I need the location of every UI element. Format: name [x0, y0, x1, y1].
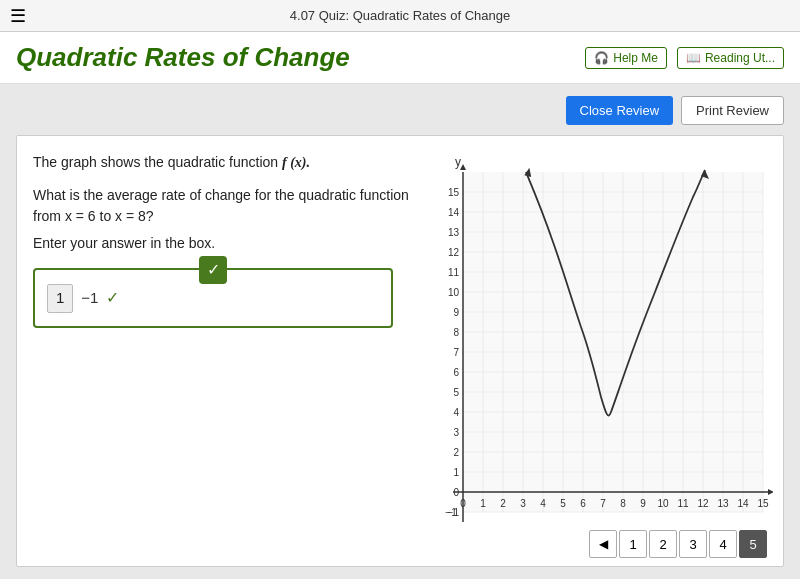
menu-icon[interactable]: ☰ — [10, 5, 26, 27]
top-bar-title: 4.07 Quiz: Quadratic Rates of Change — [290, 8, 510, 23]
y-axis-label: y — [455, 155, 461, 169]
answer-value: −1 — [81, 287, 98, 310]
svg-text:10: 10 — [657, 498, 669, 509]
help-button[interactable]: 🎧 Help Me — [585, 47, 667, 69]
svg-text:1: 1 — [480, 498, 486, 509]
header: Quadratic Rates of Change 🎧 Help Me 📖 Re… — [0, 32, 800, 84]
pagination-page-5[interactable]: 5 — [739, 530, 767, 558]
svg-text:0: 0 — [460, 498, 466, 509]
svg-text:11: 11 — [677, 498, 689, 509]
svg-text:−1: −1 — [448, 507, 460, 518]
svg-text:6: 6 — [580, 498, 586, 509]
svg-text:8: 8 — [453, 327, 459, 338]
svg-text:9: 9 — [640, 498, 646, 509]
content-area: The graph shows the quadratic function f… — [16, 135, 784, 567]
svg-text:7: 7 — [453, 347, 459, 358]
header-tools: 🎧 Help Me 📖 Reading Ut... — [585, 47, 784, 69]
graph-svg: x y 0 1 2 3 4 5 6 7 8 9 10 11 12 — [433, 152, 773, 542]
svg-rect-0 — [463, 172, 763, 512]
svg-text:15: 15 — [448, 187, 460, 198]
question-line1: The graph shows the quadratic function f… — [33, 152, 423, 173]
svg-text:7: 7 — [600, 498, 606, 509]
answer-row: 1 −1 ✓ — [47, 284, 379, 313]
help-icon: 🎧 — [594, 51, 609, 65]
reading-icon: 📖 — [686, 51, 701, 65]
svg-text:2: 2 — [500, 498, 506, 509]
svg-text:11: 11 — [448, 267, 460, 278]
pagination-page-3[interactable]: 3 — [679, 530, 707, 558]
close-review-button[interactable]: Close Review — [566, 96, 673, 125]
svg-text:13: 13 — [717, 498, 729, 509]
svg-text:12: 12 — [448, 247, 460, 258]
svg-text:14: 14 — [448, 207, 460, 218]
right-panel: x y 0 1 2 3 4 5 6 7 8 9 10 11 12 — [433, 152, 773, 550]
review-bar: Close Review Print Review — [16, 96, 784, 125]
pagination-page-1[interactable]: 1 — [619, 530, 647, 558]
svg-text:6: 6 — [453, 367, 459, 378]
answer-input-display: 1 — [47, 284, 73, 313]
svg-text:0: 0 — [453, 487, 459, 498]
question-line3: Enter your answer in the box. — [33, 233, 423, 254]
top-bar: ☰ 4.07 Quiz: Quadratic Rates of Change — [0, 0, 800, 32]
reading-button[interactable]: 📖 Reading Ut... — [677, 47, 784, 69]
svg-text:15: 15 — [757, 498, 769, 509]
svg-text:5: 5 — [453, 387, 459, 398]
svg-text:10: 10 — [448, 287, 460, 298]
main-content: Close Review Print Review The graph show… — [0, 84, 800, 579]
svg-text:8: 8 — [620, 498, 626, 509]
svg-text:9: 9 — [453, 307, 459, 318]
print-review-button[interactable]: Print Review — [681, 96, 784, 125]
page-title: Quadratic Rates of Change — [16, 42, 350, 73]
svg-text:2: 2 — [453, 447, 459, 458]
pagination: ◀ 1 2 3 4 5 — [589, 530, 767, 558]
check-icon: ✓ — [207, 258, 220, 282]
answer-container: ✓ 1 −1 ✓ — [33, 268, 393, 328]
svg-text:3: 3 — [520, 498, 526, 509]
svg-text:14: 14 — [737, 498, 749, 509]
svg-text:1: 1 — [453, 467, 459, 478]
pagination-prev[interactable]: ◀ — [589, 530, 617, 558]
question-line2: What is the average rate of change for t… — [33, 185, 423, 227]
pagination-page-2[interactable]: 2 — [649, 530, 677, 558]
svg-text:5: 5 — [560, 498, 566, 509]
svg-text:13: 13 — [448, 227, 460, 238]
pagination-page-4[interactable]: 4 — [709, 530, 737, 558]
left-panel: The graph shows the quadratic function f… — [33, 152, 423, 550]
answer-correct-checkmark: ✓ — [106, 286, 119, 310]
svg-text:12: 12 — [697, 498, 709, 509]
answer-check-badge: ✓ — [199, 256, 227, 284]
svg-text:4: 4 — [540, 498, 546, 509]
svg-text:3: 3 — [453, 427, 459, 438]
svg-text:4: 4 — [453, 407, 459, 418]
